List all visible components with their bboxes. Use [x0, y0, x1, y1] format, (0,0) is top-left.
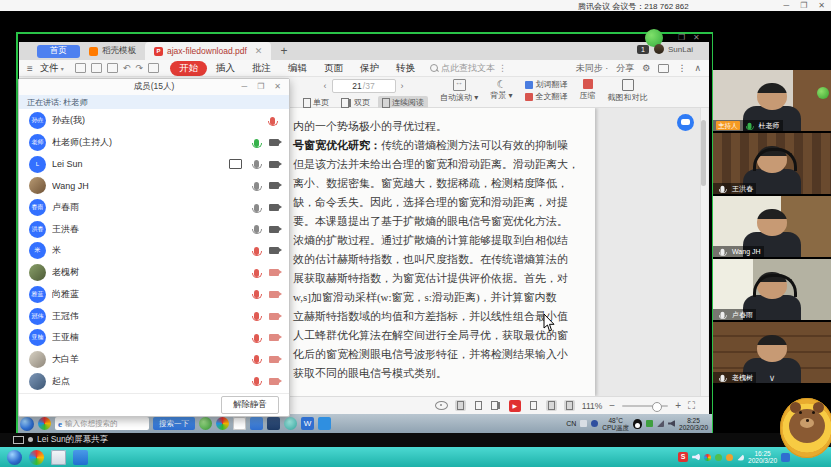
background-button[interactable]: 背景 ▾: [490, 90, 512, 101]
panel-close-icon[interactable]: ✕: [274, 79, 281, 95]
new-tab-button[interactable]: +: [280, 42, 287, 60]
actual-size-icon[interactable]: [564, 400, 575, 411]
menu-item[interactable]: 页面: [322, 62, 345, 75]
hamburger-icon[interactable]: ≡: [27, 63, 33, 74]
sync-status[interactable]: 未同步 ·: [576, 62, 609, 75]
panel-minimize-icon[interactable]: ─: [241, 79, 247, 95]
layout-double-icon[interactable]: [491, 400, 502, 411]
fit-page-icon[interactable]: [528, 400, 539, 411]
account-name[interactable]: SunLai: [668, 45, 693, 54]
full-translate-button[interactable]: 全文翻译: [525, 91, 568, 102]
save-icon[interactable]: [91, 63, 102, 73]
host-explorer-icon[interactable]: [51, 450, 66, 465]
qq-icon[interactable]: [633, 419, 642, 429]
member-row[interactable]: 老槐树: [19, 262, 289, 284]
menu-item[interactable]: 批注: [250, 62, 273, 75]
meeting-app-icon[interactable]: [73, 450, 88, 465]
volume-icon[interactable]: [668, 420, 675, 427]
menu-item[interactable]: 转换: [394, 62, 417, 75]
video-tile[interactable]: 老槐树: [713, 322, 831, 383]
minimize-icon[interactable]: ─: [783, 0, 789, 11]
prev-page-button[interactable]: ‹: [324, 81, 327, 91]
menu-item[interactable]: 编辑: [286, 62, 309, 75]
member-row[interactable]: Wang JH: [19, 175, 289, 197]
auto-scroll-button[interactable]: 自动滚动 ▾: [440, 92, 478, 103]
tray-blue-icon[interactable]: [591, 420, 598, 427]
play-button[interactable]: ▶: [509, 400, 521, 412]
video-tile[interactable]: 主持人 杜老师: [713, 70, 831, 131]
camera-icon[interactable]: [269, 247, 279, 254]
video-tile[interactable]: Wang JH: [713, 196, 831, 257]
chrome-icon[interactable]: [216, 417, 229, 430]
mic-icon[interactable]: [254, 290, 259, 298]
close-tab-icon[interactable]: ✕: [255, 46, 263, 56]
w-doc-icon[interactable]: W: [301, 417, 314, 430]
camera-icon[interactable]: [269, 182, 279, 189]
camera-icon[interactable]: [269, 269, 279, 276]
menu-item[interactable]: 保护: [358, 62, 381, 75]
eye-protect-icon[interactable]: [435, 401, 448, 410]
camera-icon[interactable]: [269, 291, 279, 298]
account-avatar[interactable]: [654, 44, 664, 54]
screenshot-compare-button[interactable]: 截图和对比: [608, 92, 648, 103]
page-number-input[interactable]: 21 /37: [332, 79, 396, 93]
member-row[interactable]: 大白羊: [19, 349, 289, 371]
video-tile[interactable]: 卢春雨: [713, 259, 831, 320]
mic-icon[interactable]: [254, 355, 259, 363]
mic-icon[interactable]: [254, 312, 259, 320]
wps-close-icon[interactable]: ✕: [693, 33, 700, 42]
menu-file[interactable]: 文件 ▾: [40, 62, 64, 75]
network-icon[interactable]: [657, 420, 664, 427]
mic-icon[interactable]: [254, 247, 259, 255]
dark-blue-app-icon[interactable]: [267, 417, 280, 430]
video-player-icon[interactable]: [233, 417, 246, 430]
sogou-icon[interactable]: S: [678, 452, 688, 462]
member-row[interactable]: 洪春 王洪春: [19, 218, 289, 240]
fit-width-icon[interactable]: [453, 79, 466, 91]
search-submit-button[interactable]: 搜索一下: [153, 417, 195, 430]
assistant-float-icon[interactable]: [677, 114, 694, 131]
member-row[interactable]: 老师 杜老师(主持人): [19, 132, 289, 154]
cpu-temp-indicator[interactable]: 48°CCPU温度: [602, 417, 629, 431]
mic-icon[interactable]: [254, 225, 259, 233]
host-clock[interactable]: 16:252020/3/20: [748, 450, 777, 465]
mic-icon[interactable]: [254, 377, 259, 385]
camera-icon[interactable]: [269, 161, 279, 168]
close-icon[interactable]: ✕: [818, 0, 825, 11]
mic-icon[interactable]: [254, 182, 259, 190]
fit-width-status-icon[interactable]: [546, 400, 557, 411]
undo-icon[interactable]: ↶: [123, 64, 131, 72]
document-scrollbar[interactable]: [700, 108, 708, 396]
host-volume-icon[interactable]: [692, 453, 700, 461]
camera-icon[interactable]: [269, 356, 279, 363]
camera-icon[interactable]: [269, 226, 279, 233]
member-row[interactable]: 米 米: [19, 240, 289, 262]
host-green-icon[interactable]: [715, 454, 722, 461]
camera-icon[interactable]: [269, 204, 279, 211]
camera-icon[interactable]: [269, 334, 279, 341]
camera-icon[interactable]: [269, 139, 279, 146]
host-chrome-icon[interactable]: [704, 454, 711, 461]
tray-green-icon[interactable]: [646, 420, 653, 427]
menu-start-tab[interactable]: 开始: [170, 61, 207, 76]
share-button[interactable]: 分享: [616, 62, 634, 75]
menu-item[interactable]: 插入: [214, 62, 237, 75]
language-indicator[interactable]: CN: [566, 420, 576, 427]
tab-docer[interactable]: 稻壳模板: [80, 42, 145, 60]
tray-shield-icon[interactable]: [580, 420, 587, 427]
zoom-slider[interactable]: [622, 405, 668, 407]
member-row[interactable]: 雅蓝 尚雅蓝: [19, 284, 289, 306]
member-row[interactable]: 亚楠 王亚楠: [19, 327, 289, 349]
mic-icon[interactable]: [270, 117, 275, 125]
mic-icon[interactable]: [254, 139, 259, 147]
video-tile[interactable]: 王洪春: [713, 133, 831, 194]
camera-icon[interactable]: [269, 313, 279, 320]
taskbar-search-input[interactable]: e 输入你想搜索的: [55, 417, 149, 430]
tab-pdf-active[interactable]: P ajax-filedownload.pdf ✕: [145, 42, 271, 60]
word-translate-button[interactable]: 划词翻译: [525, 79, 568, 90]
maximize-icon[interactable]: ❐: [800, 0, 807, 11]
member-row[interactable]: L Lei Sun: [19, 153, 289, 175]
host-pinwheel-icon[interactable]: [29, 450, 44, 465]
collapse-ribbon-icon[interactable]: ∧: [694, 63, 701, 73]
host-orange-icon[interactable]: [726, 454, 733, 461]
